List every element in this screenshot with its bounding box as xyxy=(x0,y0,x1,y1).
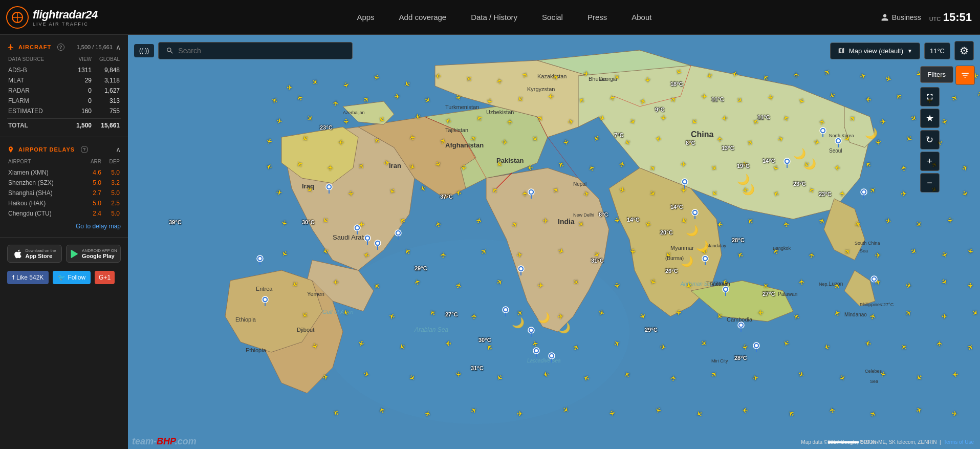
nav-press[interactable]: Press xyxy=(576,9,618,26)
twitter-icon: 🐦 xyxy=(58,274,66,281)
svg-text:Sea: Sea xyxy=(860,248,868,253)
tw-label: Follow xyxy=(68,274,85,281)
map-area[interactable]: Gulf of Aden Arabian Sea Andaman Sea Lac… xyxy=(128,35,980,449)
map-svg: Gulf of Aden Arabian Sea Andaman Sea Lac… xyxy=(128,35,980,449)
list-item: Chengdu (CTU) 2.4 5.0 xyxy=(7,208,121,219)
airport-table: AIRPORT ARR DEP Xiamen (XMN) 4.6 5.0 She… xyxy=(0,159,128,219)
nav-apps[interactable]: Apps xyxy=(345,9,385,26)
table-row: MLAT 29 3,118 xyxy=(7,75,121,85)
fullscreen-button[interactable] xyxy=(920,87,940,106)
delays-help-icon[interactable]: ? xyxy=(81,146,88,153)
svg-text:New Delhi: New Delhi xyxy=(573,212,594,218)
map-view-icon xyxy=(838,47,845,54)
airport-delays-section: AIRPORT DELAYS ? ∧ AIRPORT ARR DEP Xiame… xyxy=(0,137,128,238)
svg-text:Tajikistan: Tajikistan xyxy=(445,127,468,133)
app-download-buttons: Download on the App Store ANDROID APP ON… xyxy=(0,238,128,267)
table-row: RADAR 0 1,627 xyxy=(7,85,121,96)
table-row: ESTIMATED 160 755 xyxy=(7,106,121,116)
google-play-text: ANDROID APP ON Google Play xyxy=(82,248,117,259)
map-attribution: Map data ©2017 Google, ORION-ME, SK tele… xyxy=(801,439,974,445)
airport-delays-title: AIRPORT DELAYS ? xyxy=(7,146,88,153)
airport-delays-header[interactable]: AIRPORT DELAYS ? ∧ xyxy=(0,143,128,159)
utc-clock: UTC 15:51 xyxy=(929,11,972,24)
logo[interactable]: flightradar24 LIVE AIR TRAFFIC xyxy=(0,6,128,29)
table-row: ADS-B 1311 9,848 xyxy=(7,65,121,75)
svg-text:Ethiopia: Ethiopia xyxy=(246,347,267,353)
svg-text:Arabian Sea: Arabian Sea xyxy=(414,326,448,333)
list-item: Xiamen (XMN) 4.6 5.0 xyxy=(7,167,121,178)
airport-table-header: AIRPORT ARR DEP xyxy=(7,159,121,164)
signal-icon: ((·)) xyxy=(139,47,149,54)
filters-button[interactable]: Filters xyxy=(920,66,953,83)
svg-text:Kazakhstan: Kazakhstan xyxy=(537,73,567,79)
sidebar: AIRCRAFT ? 1,500 / 15,661 ∧ DATA SOURCE … xyxy=(0,35,128,449)
aircraft-section-header[interactable]: AIRCRAFT ? 1,500 / 15,661 ∧ xyxy=(0,41,128,56)
svg-text:Ethiopia: Ethiopia xyxy=(235,316,256,323)
svg-text:South China: South China xyxy=(855,241,880,246)
facebook-button[interactable]: f Like 542K xyxy=(7,271,49,284)
list-item: Shanghai (SHA) 2.7 5.0 xyxy=(7,188,121,198)
aircraft-help-icon[interactable]: ? xyxy=(57,44,64,51)
settings-button[interactable]: ⚙ xyxy=(954,41,974,60)
svg-text:Kyrgyzstan: Kyrgyzstan xyxy=(527,86,555,92)
table-row-total: TOTAL 1,500 15,661 xyxy=(7,118,121,131)
svg-text:Eritrea: Eritrea xyxy=(256,286,273,292)
signal-indicator: ((·)) xyxy=(134,44,154,57)
svg-text:Palawan: Palawan xyxy=(778,291,797,297)
filter-funnel-button[interactable] xyxy=(955,66,975,85)
star-button[interactable]: ★ xyxy=(920,109,940,128)
svg-text:Nep...: Nep... xyxy=(819,282,831,287)
delay-map-link[interactable]: Go to delay map xyxy=(0,219,128,231)
refresh-button[interactable]: ↻ xyxy=(920,130,940,149)
svg-text:Myanmar: Myanmar xyxy=(670,245,694,251)
business-button[interactable]: Business xyxy=(881,13,921,22)
twitter-button[interactable]: 🐦 Follow xyxy=(53,271,91,284)
zoom-in-button[interactable]: + xyxy=(920,152,940,171)
google-plus-button[interactable]: G+1 xyxy=(95,271,115,284)
navbar: flightradar24 LIVE AIR TRAFFIC Apps Add … xyxy=(0,0,980,35)
logo-text: flightradar24 LIVE AIR TRAFFIC xyxy=(33,8,98,27)
svg-text:Sea: Sea xyxy=(870,379,878,384)
nav-links: Apps Add coverage Data / History Social … xyxy=(128,9,881,26)
google-play-button[interactable]: ANDROID APP ON Google Play xyxy=(66,245,121,263)
map-right-controls: Filters ★ ↻ + − xyxy=(920,66,975,193)
social-buttons: f Like 542K 🐦 Follow G+1 xyxy=(0,267,128,288)
aircraft-collapse-icon[interactable]: ∧ xyxy=(116,43,121,51)
svg-text:Iraq: Iraq xyxy=(302,182,314,190)
nav-right: Business UTC 15:51 xyxy=(881,11,972,24)
map-view-button[interactable]: Map view (default) ▼ xyxy=(830,42,920,59)
map-scale: 500 km xyxy=(828,439,878,445)
search-bar[interactable] xyxy=(158,42,353,59)
svg-text:Bhutan: Bhutan xyxy=(589,76,606,82)
logo-icon xyxy=(6,6,29,29)
utc-label: UTC xyxy=(929,16,941,22)
svg-text:Cambodia: Cambodia xyxy=(727,316,753,323)
svg-text:Mindanao: Mindanao xyxy=(844,312,867,317)
aircraft-data-table: DATA SOURCE VIEW GLOBAL ADS-B 1311 9,848… xyxy=(0,56,128,131)
svg-text:Uzbekistan: Uzbekistan xyxy=(486,109,514,115)
fb-icon: f xyxy=(12,274,14,281)
business-label: Business xyxy=(892,13,921,22)
svg-text:Celebes: Celebes xyxy=(865,369,882,374)
temperature-badge: 11°C xyxy=(924,42,950,59)
nav-data-history[interactable]: Data / History xyxy=(460,9,529,26)
aircraft-section: AIRCRAFT ? 1,500 / 15,661 ∧ DATA SOURCE … xyxy=(0,35,128,137)
logo-name: flightradar24 xyxy=(33,8,98,22)
zoom-out-button[interactable]: − xyxy=(920,173,940,193)
search-input[interactable] xyxy=(178,47,345,55)
table-row: FLARM 0 313 xyxy=(7,96,121,106)
svg-text:Philippines:27°C: Philippines:27°C xyxy=(860,302,894,307)
svg-text:(Burma): (Burma) xyxy=(665,255,684,261)
aircraft-count: 1,500 / 15,661 xyxy=(77,44,113,50)
delays-collapse-icon[interactable]: ∧ xyxy=(116,145,121,154)
app-store-button[interactable]: Download on the App Store xyxy=(7,245,62,263)
nav-add-coverage[interactable]: Add coverage xyxy=(388,9,458,26)
svg-text:Gulf of Aden: Gulf of Aden xyxy=(322,309,354,315)
svg-text:North Korea: North Korea xyxy=(829,133,854,138)
nav-about[interactable]: About xyxy=(620,9,663,26)
svg-text:Bangkok: Bangkok xyxy=(773,246,791,251)
terms-of-use-link[interactable]: Terms of Use xyxy=(944,439,974,445)
svg-text:China: China xyxy=(691,130,714,139)
map-top-bar: ((·)) Map view (default) ▼ 11°C ⚙ xyxy=(128,41,980,60)
nav-social[interactable]: Social xyxy=(531,9,574,26)
